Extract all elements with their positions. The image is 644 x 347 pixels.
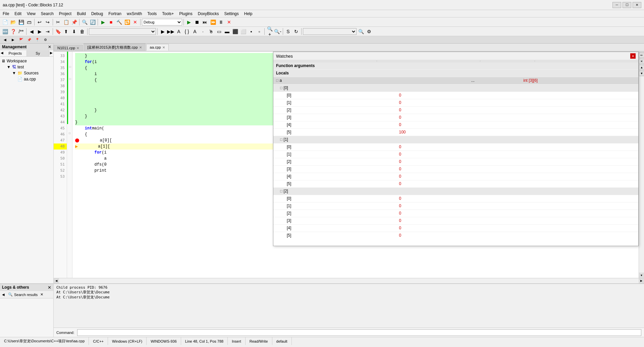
tree-aa-cpp[interactable]: 📄 aa.cpp xyxy=(1,76,52,82)
sort-button[interactable]: S xyxy=(284,28,292,35)
debug-step-button[interactable]: ⏩ xyxy=(209,18,217,26)
rect2-button[interactable]: ▬ xyxy=(223,28,231,35)
zoom-in-button[interactable]: 🔍+ xyxy=(266,28,273,35)
menu-search[interactable]: Search xyxy=(38,10,56,17)
expand-a2-icon[interactable]: □ xyxy=(280,189,282,193)
clear-bookmarks-button[interactable]: 🗑 xyxy=(78,28,86,35)
tab-projects[interactable]: Projects xyxy=(4,50,27,56)
zoom-out-button[interactable]: 🔍- xyxy=(274,28,281,35)
hscroll-left-button[interactable]: ◀ xyxy=(54,278,59,284)
expand-a-icon[interactable]: □ xyxy=(276,78,278,83)
menu-fortran[interactable]: Fortran xyxy=(106,10,124,17)
logs-prev-button[interactable]: ◀ xyxy=(1,292,5,297)
fold-btn-37[interactable]: □ xyxy=(69,77,71,80)
scroll-down-button[interactable]: ▼ xyxy=(639,273,644,278)
tab-n1011-close[interactable]: ✕ xyxy=(76,46,79,50)
paste-button[interactable]: 📌 xyxy=(70,18,78,26)
save-all-button[interactable]: 🗃 xyxy=(25,18,33,26)
redo-button[interactable]: ↪ xyxy=(44,18,51,26)
watches-up-button[interactable]: ▲ xyxy=(639,65,644,70)
debug-stop-button[interactable]: ⏹ xyxy=(193,18,201,26)
watches-close-button[interactable]: ✕ xyxy=(630,53,636,59)
open-file-button[interactable]: 📂 xyxy=(9,18,17,26)
run-button[interactable]: ▶ xyxy=(99,18,107,26)
rect5-button[interactable]: ▪ xyxy=(248,28,255,35)
editor-hscrollbar[interactable]: ◀ ▶ xyxy=(54,278,644,283)
logs-close-button[interactable]: ✕ xyxy=(48,285,51,290)
style-combo[interactable] xyxy=(303,28,357,35)
nav-back-button[interactable]: ◀ xyxy=(1,36,9,44)
nav-flag2-button[interactable]: 📌 xyxy=(25,36,33,44)
style-search-button[interactable]: 🔍 xyxy=(357,28,365,35)
editor-scrollbar[interactable]: ▲ ▼ xyxy=(639,52,644,278)
rect-button[interactable]: ▭ xyxy=(215,28,223,35)
cut-button[interactable]: ✂ xyxy=(54,18,62,26)
tab-aa-cpp[interactable]: aa.cpp ✕ xyxy=(146,44,169,51)
menu-project[interactable]: Project xyxy=(56,10,74,17)
watches-pencil-button[interactable]: ✏ xyxy=(639,53,644,58)
menu-build[interactable]: Build xyxy=(74,10,89,17)
nav-flag3-button[interactable]: 📍 xyxy=(34,36,41,44)
tab-search-results[interactable]: 🔍 Search results xyxy=(7,292,39,297)
menu-plugins[interactable]: Plugins xyxy=(176,10,195,17)
rect3-button[interactable]: ⬛ xyxy=(231,28,239,35)
search2-button[interactable]: A xyxy=(191,28,199,35)
nav-settings-button[interactable]: ⚙ xyxy=(42,36,49,44)
menu-file[interactable]: File xyxy=(0,10,12,17)
symbol-combo[interactable] xyxy=(89,28,156,35)
cursor-button[interactable]: 🖱 xyxy=(207,28,215,35)
new-file-button[interactable]: 📄 xyxy=(1,18,9,26)
nav-flag-button[interactable]: 🚩 xyxy=(17,36,25,44)
refresh-button[interactable]: ↻ xyxy=(292,28,300,35)
abort-button[interactable]: ✕ xyxy=(131,18,139,26)
bookmark-add-button[interactable]: 🔖 xyxy=(54,28,62,35)
menu-edit[interactable]: Edit xyxy=(12,10,24,17)
tab-symbols[interactable]: Sy xyxy=(27,50,50,56)
watches-down-button[interactable]: ▼ xyxy=(639,71,644,76)
menu-help[interactable]: Help xyxy=(241,10,255,17)
save-button[interactable]: 💾 xyxy=(17,18,25,26)
copy-button[interactable]: 📋 xyxy=(62,18,70,26)
debug-run-button[interactable]: ▶ xyxy=(185,18,193,26)
run-script-button[interactable]: ▶ xyxy=(159,28,166,35)
hscroll-right-button[interactable]: ▶ xyxy=(639,278,644,284)
menu-wxsmith[interactable]: wxSmith xyxy=(124,10,145,17)
watches-close-side-button[interactable]: ✕ xyxy=(639,59,644,64)
minimize-button[interactable]: ─ xyxy=(612,2,621,8)
management-close-button[interactable]: ✕ xyxy=(48,45,51,49)
tree-project[interactable]: ▼ 🏗 test xyxy=(1,64,52,70)
tab-lanqiao-close[interactable]: ✕ xyxy=(139,46,142,49)
replace-button[interactable]: 🔄 xyxy=(89,18,96,26)
fold-btn-46[interactable]: □ xyxy=(69,132,70,135)
close-button[interactable]: ✕ xyxy=(633,2,641,8)
menu-view[interactable]: View xyxy=(24,10,38,17)
rebuild-button[interactable]: 🔁 xyxy=(123,18,131,26)
help-button[interactable]: ❓ xyxy=(9,28,17,35)
bookmark-next-button[interactable]: ⬇ xyxy=(70,28,78,35)
new-class-button[interactable]: 🆕 xyxy=(1,28,9,35)
watches-scroll-area[interactable]: Function arguments Locals □ a xyxy=(273,62,638,239)
tab-lanqiao[interactable]: [蓝桥杯2015决赛]方格填数.cpp ✕ xyxy=(84,44,145,51)
fold-btn-35[interactable]: □ xyxy=(69,65,71,68)
search-tab-close[interactable]: ✕ xyxy=(40,292,43,297)
prev-jump-button[interactable]: ◀ xyxy=(28,28,35,35)
match-button[interactable]: { } xyxy=(183,28,191,35)
maximize-button[interactable]: ☐ xyxy=(623,2,631,8)
tab-aa-close[interactable]: ✕ xyxy=(162,46,165,49)
next-jump-button[interactable]: ▶ xyxy=(36,28,43,35)
menu-debug[interactable]: Debug xyxy=(89,10,106,17)
mgmt-next-button[interactable]: ▶ xyxy=(49,50,53,56)
rect6-button[interactable]: ▫ xyxy=(256,28,263,35)
expand-a1-icon[interactable]: □ xyxy=(280,137,282,142)
find-button[interactable]: 🔍 xyxy=(81,18,88,26)
tree-sources[interactable]: ▼ 📁 Sources xyxy=(1,70,52,76)
highlight-button[interactable]: A xyxy=(175,28,182,35)
debug-config-combo[interactable]: Debug xyxy=(142,19,182,25)
menu-tools-plus[interactable]: Tools+ xyxy=(159,10,176,17)
expand-a0-icon[interactable]: □ xyxy=(280,85,282,90)
debug-next-button[interactable]: ⏭ xyxy=(201,18,209,26)
style-settings-button[interactable]: ⚙ xyxy=(365,28,373,35)
rect4-button[interactable]: ⬜ xyxy=(239,28,247,35)
undo-button[interactable]: ↩ xyxy=(36,18,43,26)
menu-settings[interactable]: Settings xyxy=(221,10,241,17)
